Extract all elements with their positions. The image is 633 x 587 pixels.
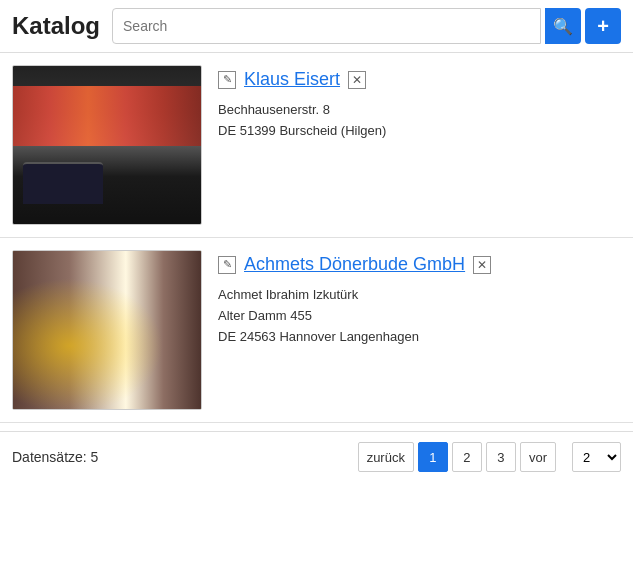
- page-1-button[interactable]: 1: [418, 442, 448, 472]
- items-list: ✎ Klaus Eisert ✕ Bechhausenerstr. 8 DE 5…: [0, 53, 633, 431]
- per-page-select[interactable]: 2 5 10: [572, 442, 621, 472]
- edit-icon[interactable]: ✎: [218, 71, 236, 89]
- edit-icon[interactable]: ✎: [218, 256, 236, 274]
- search-input[interactable]: [112, 8, 541, 44]
- address-line1: Achmet Ibrahim Izkutürk: [218, 285, 621, 306]
- item-title-row: ✎ Klaus Eisert ✕: [218, 69, 621, 90]
- item-image: [12, 250, 202, 410]
- item-address: Bechhausenerstr. 8 DE 51399 Burscheid (H…: [218, 100, 621, 142]
- delete-icon[interactable]: ✕: [348, 71, 366, 89]
- add-button[interactable]: +: [585, 8, 621, 44]
- page-title: Katalog: [12, 12, 100, 40]
- item-content: ✎ Klaus Eisert ✕ Bechhausenerstr. 8 DE 5…: [218, 65, 621, 225]
- next-page-button[interactable]: vor: [520, 442, 556, 472]
- item-title-row: ✎ Achmets Dönerbude GmbH ✕: [218, 254, 621, 275]
- address-line1: Bechhausenerstr. 8: [218, 100, 621, 121]
- header: Katalog 🔍 +: [0, 0, 633, 53]
- page-2-button[interactable]: 2: [452, 442, 482, 472]
- prev-page-button[interactable]: zurück: [358, 442, 414, 472]
- address-line3: DE 24563 Hannover Langenhagen: [218, 327, 621, 348]
- address-line2: DE 51399 Burscheid (Hilgen): [218, 121, 621, 142]
- item-image: [12, 65, 202, 225]
- pagination: zurück 1 2 3 vor: [358, 442, 556, 472]
- page-3-button[interactable]: 3: [486, 442, 516, 472]
- address-line2: Alter Damm 455: [218, 306, 621, 327]
- list-item: ✎ Klaus Eisert ✕ Bechhausenerstr. 8 DE 5…: [0, 53, 633, 238]
- delete-icon[interactable]: ✕: [473, 256, 491, 274]
- plus-icon: +: [597, 15, 609, 38]
- item-address: Achmet Ibrahim Izkutürk Alter Damm 455 D…: [218, 285, 621, 347]
- search-container: 🔍 +: [112, 8, 621, 44]
- item-name[interactable]: Klaus Eisert: [244, 69, 340, 90]
- list-item: ✎ Achmets Dönerbude GmbH ✕ Achmet Ibrahi…: [0, 238, 633, 423]
- search-button[interactable]: 🔍: [545, 8, 581, 44]
- footer: Datensätze: 5 zurück 1 2 3 vor 2 5 10: [0, 431, 633, 482]
- records-count: Datensätze: 5: [12, 449, 350, 465]
- item-content: ✎ Achmets Dönerbude GmbH ✕ Achmet Ibrahi…: [218, 250, 621, 410]
- search-icon: 🔍: [553, 17, 573, 36]
- item-name[interactable]: Achmets Dönerbude GmbH: [244, 254, 465, 275]
